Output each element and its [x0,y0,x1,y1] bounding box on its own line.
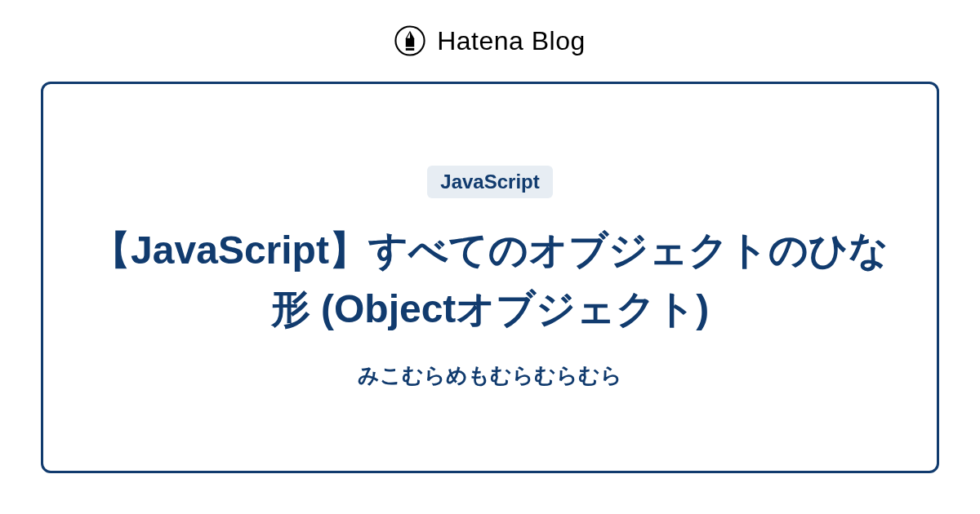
blog-author: みこむらめもむらむらむら [358,361,622,390]
category-tag: JavaScript [427,166,552,198]
header: Hatena Blog [0,0,980,82]
brand-name: Hatena Blog [437,26,586,56]
svg-rect-1 [406,48,414,51]
og-card: JavaScript 【JavaScript】すべてのオブジェクトのひな形 (O… [41,82,939,473]
hatena-pen-icon [394,25,425,56]
article-title: 【JavaScript】すべてのオブジェクトのひな形 (Objectオブジェクト… [76,221,904,339]
